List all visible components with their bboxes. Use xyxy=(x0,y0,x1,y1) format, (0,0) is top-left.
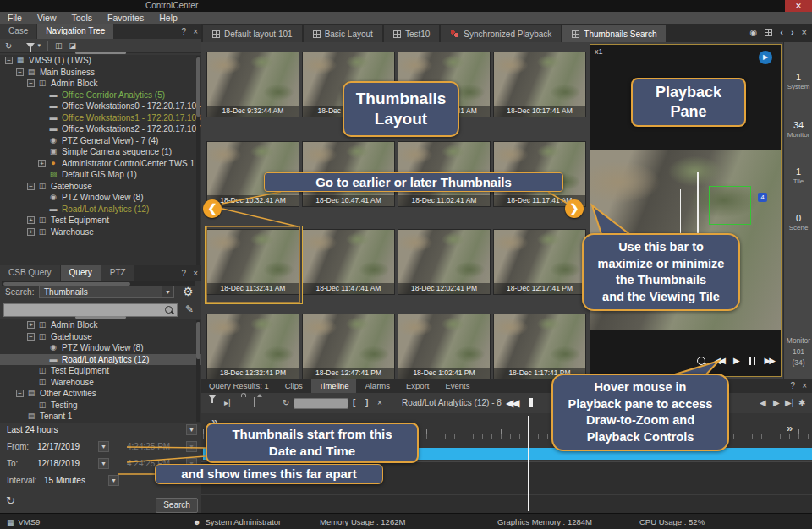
playhead[interactable] xyxy=(528,416,529,511)
close-icon[interactable]: × xyxy=(193,269,198,278)
draw-to-zoom-icon[interactable] xyxy=(697,357,705,365)
thumbnail[interactable]: 18-Dec 9:32:44 AM xyxy=(207,52,299,117)
fast-forward-icon[interactable]: ▶▶ xyxy=(765,356,774,365)
refresh-icon[interactable]: ↻ xyxy=(6,494,15,507)
chevron-down-icon[interactable]: ▼ xyxy=(108,475,119,486)
tree-item[interactable]: ▬Office Corridor Analytics (5) xyxy=(0,90,201,101)
filter-button[interactable]: ▾ xyxy=(26,42,41,49)
close-icon[interactable]: × xyxy=(802,27,807,37)
pause-icon[interactable] xyxy=(749,357,755,365)
tab-timeline[interactable]: Timeline xyxy=(311,379,357,393)
tab-default-layout-101[interactable]: Default layout 101 xyxy=(203,25,302,42)
tab-synchronized-playback[interactable]: Synchronized Playback xyxy=(441,25,561,42)
tab-thumbnails-search[interactable]: Thumbnails Search xyxy=(562,25,666,42)
clear-brush-icon[interactable]: ✎ xyxy=(185,303,194,315)
goto-time-icon[interactable]: ▸| xyxy=(224,398,231,407)
later-thumbnails-button[interactable]: ❯ xyxy=(565,199,584,218)
menu-tools[interactable]: Tools xyxy=(64,12,101,24)
close-icon[interactable]: × xyxy=(193,27,198,36)
tree-item[interactable]: ◫Test Equipment xyxy=(0,365,201,377)
tree-item[interactable]: ◉PTZ General View) - 7 (4) xyxy=(0,135,201,147)
gear-icon[interactable]: ⚙ xyxy=(183,285,194,298)
search-input[interactable] xyxy=(3,303,178,317)
expander-icon[interactable]: − xyxy=(27,183,35,190)
tab-clips[interactable]: Clips xyxy=(277,379,310,393)
tree-item[interactable]: ▨Default GIS Map (1) xyxy=(0,169,201,181)
filter-icon[interactable] xyxy=(208,400,217,409)
refresh-icon[interactable]: ↻ xyxy=(5,41,12,51)
tree-item[interactable]: ◉PTZ Window View (8) xyxy=(0,192,201,204)
tree-item[interactable]: +◫Test Equipment xyxy=(0,215,201,226)
help-icon[interactable]: ? xyxy=(182,269,187,278)
expander-icon[interactable]: + xyxy=(38,160,46,167)
help-icon[interactable]: ? xyxy=(182,27,187,36)
expander-icon[interactable]: + xyxy=(27,321,35,329)
tab-export[interactable]: Export xyxy=(398,379,436,393)
tab-csb-query[interactable]: CSB Query xyxy=(0,265,60,281)
tree-item[interactable]: +●Administrator ControlCenter TWS 1 xyxy=(0,158,201,170)
thumbnail[interactable]: 18-Dec 11:47:41 AM xyxy=(303,230,394,294)
expander-icon[interactable]: − xyxy=(27,79,35,87)
thumbnail[interactable]: 18-Dec 12:32:41 PM xyxy=(207,314,299,379)
chevron-down-icon[interactable]: ▼ xyxy=(98,458,109,469)
pause-button[interactable] xyxy=(529,398,533,407)
tree-item[interactable]: ▤Tenant 1 xyxy=(0,411,201,423)
menu-view[interactable]: View xyxy=(30,12,64,24)
search-type-select[interactable]: Thumbnails ▼ xyxy=(39,286,174,298)
tree-item[interactable]: ◫Warehouse xyxy=(0,377,201,389)
tree-item[interactable]: −▦VMS9 (1) (TWS) xyxy=(0,55,201,67)
expander-icon[interactable]: + xyxy=(27,216,35,224)
tab-query-results-1[interactable]: Query Results: 1 xyxy=(201,379,277,393)
window-close-icon[interactable]: ✕ xyxy=(785,0,812,12)
chevron-right-icon[interactable]: › xyxy=(791,27,794,37)
to-date-value[interactable]: 12/18/2019 xyxy=(37,459,80,468)
tree-item[interactable]: ▬Office Workstations0 - 172.20.17.104 xyxy=(0,101,201,112)
thumbnail[interactable]: 18-Dec 12:02:41 PM xyxy=(398,230,490,294)
search-button[interactable]: Search xyxy=(156,498,198,513)
tree-item[interactable]: −◫Gatehouse xyxy=(0,331,201,343)
tree-item[interactable]: ▣Simple Camera sequence (1) xyxy=(0,146,201,158)
snapshot-icon[interactable]: ✱ xyxy=(798,398,805,407)
collapse-all-icon[interactable]: ◪ xyxy=(69,41,76,50)
tab-alarms[interactable]: Alarms xyxy=(357,379,398,393)
expand-all-icon[interactable]: ◫ xyxy=(55,41,63,50)
tab-navigation-tree[interactable]: Navigation Tree xyxy=(37,24,113,39)
expander-icon[interactable]: − xyxy=(27,333,35,341)
tree-item[interactable]: ▬Road/Lot Analytics (12) xyxy=(0,204,201,215)
tree-item[interactable]: −◫Gatehouse xyxy=(0,181,201,193)
menu-favorites[interactable]: Favorites xyxy=(100,12,151,24)
tree-scrollbar[interactable] xyxy=(196,56,200,279)
tree-scrollbar[interactable] xyxy=(196,320,200,422)
tree-item[interactable]: −▤Other Activities xyxy=(0,388,201,400)
tab-case[interactable]: Case xyxy=(0,24,36,39)
tree-item[interactable]: −▤Main Business xyxy=(0,67,201,79)
splitter-handle[interactable] xyxy=(75,316,126,319)
tree-item[interactable]: ▬Office Workstations2 - 172.20.17.107 xyxy=(0,123,201,135)
thumbnail[interactable]: 18-Dec 12:47:41 PM xyxy=(303,314,394,379)
tree-item[interactable]: ▬Road/Lot Analytics (12) xyxy=(0,354,201,366)
motion-search-icon[interactable]: ↻ xyxy=(283,398,289,407)
clear-marks-icon[interactable]: × xyxy=(377,398,382,407)
earlier-thumbnails-button[interactable]: ❮ xyxy=(203,199,222,218)
mark-in-icon[interactable]: [ xyxy=(353,398,355,407)
help-icon[interactable]: ? xyxy=(791,381,796,390)
thumbnail[interactable]: 18-Dec 10:17:41 AM xyxy=(494,52,585,117)
expander-icon[interactable]: − xyxy=(5,57,13,64)
step-forward-icon[interactable]: ▶| xyxy=(785,398,793,407)
tab-test10[interactable]: Test10 xyxy=(384,25,439,42)
mark-out-icon[interactable]: ] xyxy=(365,398,368,407)
rewind-button[interactable]: ◀◀ xyxy=(506,397,518,409)
chevron-left-icon[interactable]: ‹ xyxy=(780,27,783,37)
interval-value[interactable]: 15 Minutes xyxy=(44,476,85,485)
thumbnail[interactable]: 18-Dec 1:02:41 PM xyxy=(398,314,490,379)
play-icon[interactable]: ▶ xyxy=(773,398,780,407)
tree-item[interactable]: ◉PTZ Window View (8) xyxy=(0,342,201,354)
export-icon[interactable] xyxy=(254,397,255,406)
tree-item[interactable]: +◫Warehouse xyxy=(0,226,201,238)
tree-item[interactable]: −◫Admin Block xyxy=(0,78,201,90)
menu-file[interactable]: File xyxy=(0,12,30,24)
play-circle-icon[interactable]: ▶ xyxy=(759,51,772,64)
record-icon[interactable]: ◉ xyxy=(749,28,757,37)
tree-item[interactable]: ▬Office Workstations1 - 172.20.17.103 xyxy=(0,112,201,124)
expander-icon[interactable]: − xyxy=(16,390,24,397)
